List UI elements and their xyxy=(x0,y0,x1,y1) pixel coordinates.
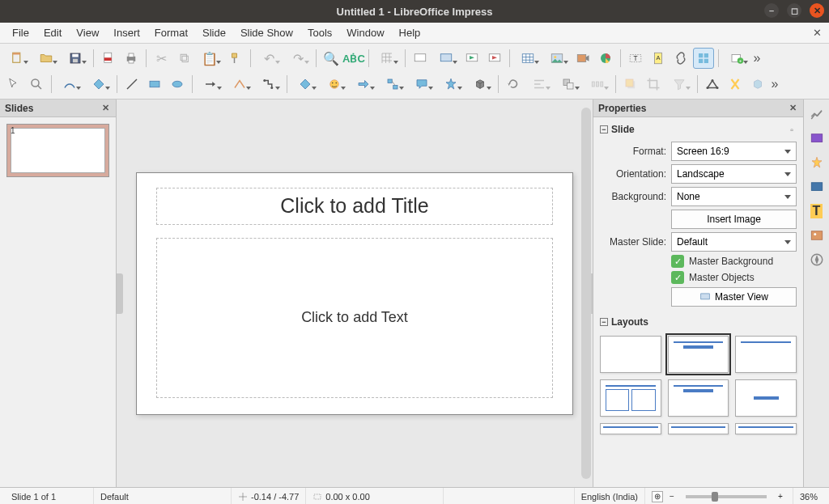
background-select[interactable]: None xyxy=(671,187,797,206)
insert-line-button[interactable] xyxy=(121,74,142,95)
find-replace-button[interactable]: 🔍 xyxy=(321,48,342,69)
insert-av-button[interactable] xyxy=(572,48,593,69)
show-draw-functions-button[interactable] xyxy=(693,48,714,69)
menu-help[interactable]: Help xyxy=(392,24,428,41)
slide-thumbnail[interactable]: 1 xyxy=(6,124,109,177)
menu-format[interactable]: Format xyxy=(147,24,195,41)
zoom-slider[interactable] xyxy=(686,495,767,498)
print-button[interactable] xyxy=(121,48,142,69)
lines-arrows-button[interactable] xyxy=(197,74,224,95)
master-slide-select[interactable]: Default xyxy=(671,232,797,252)
window-close-button[interactable]: ✕ xyxy=(810,3,824,18)
spelling-button[interactable]: AḂC xyxy=(343,48,364,69)
zoom-out-button[interactable]: − xyxy=(666,491,678,502)
symbol-shapes-button[interactable] xyxy=(321,74,348,95)
toolbar-overflow-button[interactable]: » xyxy=(752,48,762,69)
layout-partial-1[interactable] xyxy=(600,423,661,434)
layout-partial-2[interactable] xyxy=(668,423,729,434)
open-button[interactable] xyxy=(32,48,60,69)
properties-tab-button[interactable] xyxy=(807,104,827,124)
slide-canvas[interactable]: Click to add Title Click to add Text xyxy=(136,172,573,415)
section-more-options-button[interactable]: ▫ xyxy=(787,125,797,134)
slide-section-header[interactable]: − Slide ▫ xyxy=(600,121,797,138)
gallery-tab-button[interactable] xyxy=(807,226,827,245)
window-maximize-button[interactable]: ◻ xyxy=(787,3,801,18)
master-slides-tab-button[interactable] xyxy=(807,177,827,197)
slide-thumbnail-list[interactable]: 1 xyxy=(0,117,116,487)
master-background-checkbox-row[interactable]: ✓ Master Background xyxy=(671,255,797,268)
toggle-point-edit-button[interactable] xyxy=(702,74,723,95)
zoom-pan-button[interactable] xyxy=(26,74,47,95)
zoom-slider-thumb[interactable] xyxy=(712,492,718,502)
menu-insert[interactable]: Insert xyxy=(106,24,147,41)
master-objects-checkbox-row[interactable]: ✓ Master Objects xyxy=(671,271,797,284)
styles-tab-button[interactable]: T xyxy=(807,201,827,221)
layout-blank[interactable] xyxy=(600,336,661,373)
stars-banners-button[interactable] xyxy=(437,74,465,95)
basic-shapes-button[interactable] xyxy=(291,74,319,95)
checkbox-checked-icon[interactable]: ✓ xyxy=(671,255,684,268)
zoom-in-button[interactable]: + xyxy=(775,491,786,502)
menu-file[interactable]: File xyxy=(5,24,36,41)
panel-collapse-handle-left[interactable] xyxy=(117,273,123,314)
export-pdf-button[interactable] xyxy=(98,48,119,69)
collapse-icon[interactable]: − xyxy=(600,125,608,133)
close-document-button[interactable]: ✕ xyxy=(810,25,824,40)
menu-view[interactable]: View xyxy=(69,24,106,41)
display-grid-button[interactable] xyxy=(373,48,401,69)
menu-window[interactable]: Window xyxy=(339,24,391,41)
select-tool-button[interactable] xyxy=(3,74,24,95)
status-zoom-percent[interactable]: 36% xyxy=(793,488,824,504)
layouts-section-header[interactable]: − Layouts xyxy=(600,313,797,331)
callouts-button[interactable] xyxy=(408,74,436,95)
rectangle-button[interactable] xyxy=(144,74,165,95)
curves-polygons-button[interactable] xyxy=(226,74,253,95)
layout-title-content2[interactable] xyxy=(668,379,729,417)
navigator-tab-button[interactable] xyxy=(807,250,827,269)
rotate-button[interactable] xyxy=(503,74,524,95)
insert-chart-button[interactable] xyxy=(595,48,616,69)
layout-title-content[interactable] xyxy=(668,336,729,373)
slide-transition-tab-button[interactable] xyxy=(807,129,827,148)
display-views-button[interactable] xyxy=(410,48,431,69)
start-current-slide-button[interactable] xyxy=(484,48,505,69)
insert-table-button[interactable] xyxy=(514,48,542,69)
status-language[interactable]: English (India) xyxy=(575,488,645,504)
block-arrows-button[interactable] xyxy=(350,74,377,95)
menu-tools[interactable]: Tools xyxy=(300,24,339,41)
orientation-select[interactable]: Landscape xyxy=(671,164,797,184)
insert-image-button[interactable] xyxy=(543,48,571,69)
vertical-scrollbar[interactable] xyxy=(581,108,591,479)
menu-edit[interactable]: Edit xyxy=(36,24,69,41)
collapse-icon[interactable]: − xyxy=(600,318,608,326)
layout-two-content[interactable] xyxy=(600,379,661,417)
fill-color-button[interactable] xyxy=(85,74,113,95)
insert-vertical-text-button[interactable]: A xyxy=(648,48,669,69)
layout-centered-text[interactable] xyxy=(735,379,797,417)
menu-slideshow[interactable]: Slide Show xyxy=(233,24,300,41)
new-slide-button[interactable]: + xyxy=(723,48,750,69)
layout-partial-3[interactable] xyxy=(735,423,797,434)
checkbox-checked-icon[interactable]: ✓ xyxy=(671,271,684,284)
fit-page-button[interactable]: ⊕ xyxy=(652,491,663,502)
insert-image-button[interactable]: Insert Image xyxy=(671,210,797,229)
layout-title-only[interactable] xyxy=(735,336,797,373)
properties-panel-close-button[interactable]: ✕ xyxy=(787,103,798,114)
clone-formatting-button[interactable] xyxy=(225,48,246,69)
title-placeholder[interactable]: Click to add Title xyxy=(156,188,553,225)
glue-points-button[interactable] xyxy=(725,74,746,95)
arrange-button[interactable] xyxy=(555,74,582,95)
flowchart-button[interactable] xyxy=(379,74,406,95)
menu-slide[interactable]: Slide xyxy=(195,24,233,41)
format-select[interactable]: Screen 16:9 xyxy=(671,142,797,161)
window-minimize-button[interactable]: – xyxy=(764,3,779,18)
master-slide-button[interactable] xyxy=(432,48,460,69)
animation-tab-button[interactable] xyxy=(807,153,827,172)
paste-button[interactable]: 📋 xyxy=(196,48,223,69)
save-button[interactable] xyxy=(62,48,89,69)
slide-panel-close-button[interactable]: ✕ xyxy=(100,103,111,114)
line-color-button[interactable] xyxy=(56,74,83,95)
insert-hyperlink-button[interactable] xyxy=(670,48,691,69)
new-button[interactable] xyxy=(3,48,31,69)
3d-objects-button[interactable] xyxy=(466,74,494,95)
